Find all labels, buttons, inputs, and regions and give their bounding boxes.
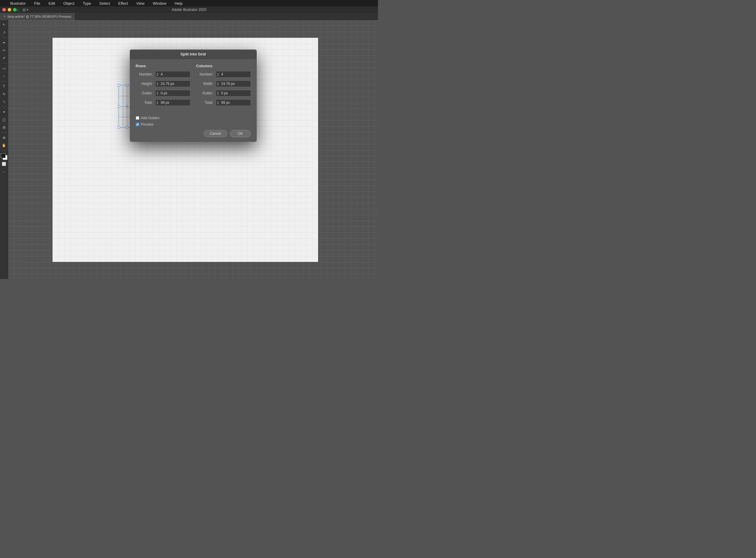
color-area <box>1 153 7 160</box>
home-button[interactable]: ⌂ <box>17 7 19 12</box>
eyedropper-tool[interactable]: ✦ <box>1 108 8 116</box>
preview-label[interactable]: Preview <box>141 122 154 127</box>
dialog-content: Rows Number: ▲ ▼ <box>130 59 257 113</box>
main-layout: ↖ ↗ ✒ ✏ ✐ ▭ ○ T ↻ ⤡ ✦ ◫ ⊞ ⊕ ✋ ⬜ ··· <box>0 20 378 279</box>
rows-total-field: Total: ▲ ▼ <box>136 99 190 106</box>
zoom-tool[interactable]: ⊕ <box>1 134 8 141</box>
cols-total-label: Total: <box>196 101 213 105</box>
cancel-button[interactable]: Cancel <box>203 130 227 137</box>
spinner-down-icon[interactable]: ▼ <box>217 84 219 86</box>
ok-button[interactable]: OK <box>230 130 251 137</box>
rows-gutter-spinner[interactable]: ▲ ▼ <box>155 91 160 95</box>
pen-tool[interactable]: ✒ <box>1 39 8 46</box>
spinner-up-icon[interactable]: ▲ <box>217 101 219 103</box>
menu-view[interactable]: View <box>135 1 146 6</box>
rows-gutter-field: Gutter: ▲ ▼ <box>136 90 190 97</box>
cols-number-spinner[interactable]: ▲ ▼ <box>216 72 220 76</box>
rotate-tool[interactable]: ↻ <box>1 91 8 98</box>
cols-gutter-spinner[interactable]: ▲ ▼ <box>216 91 220 95</box>
spinner-down-icon[interactable]: ▼ <box>156 93 158 95</box>
layout-button[interactable]: ▤ ▾ <box>22 8 28 12</box>
menu-select[interactable]: Select <box>98 1 112 6</box>
tool-separator-4 <box>1 107 7 107</box>
spinner-up-icon[interactable]: ▲ <box>217 72 219 74</box>
left-toolbar: ↖ ↗ ✒ ✏ ✐ ▭ ○ T ↻ ⤡ ✦ ◫ ⊞ ⊕ ✋ ⬜ ··· <box>0 20 8 279</box>
dialog-title: Split Into Grid <box>180 52 206 56</box>
select-tool[interactable]: ↖ <box>1 21 8 28</box>
pencil-tool[interactable]: ✐ <box>1 55 8 61</box>
hand-tool[interactable]: ✋ <box>1 142 8 149</box>
spinner-up-icon[interactable]: ▲ <box>156 91 158 93</box>
cols-width-input-wrap: ▲ ▼ <box>216 80 251 87</box>
menu-type[interactable]: Type <box>81 1 93 6</box>
cols-total-input[interactable] <box>220 100 250 106</box>
spinner-down-icon[interactable]: ▼ <box>217 103 219 105</box>
cols-width-input[interactable] <box>220 81 250 87</box>
rows-height-input-wrap: ▲ ▼ <box>155 80 190 87</box>
close-button[interactable] <box>2 8 6 11</box>
rows-total-input-wrap: ▲ ▼ <box>155 99 190 106</box>
document-tab[interactable]: ✕ blog-article* @ 77.58% (RGB/GPU Previe… <box>0 13 75 20</box>
menu-illustrator[interactable]: Illustrator <box>8 1 27 6</box>
brush-tool[interactable]: ✏ <box>1 47 8 54</box>
cols-total-spinner[interactable]: ▲ ▼ <box>216 101 220 105</box>
rows-total-spinner[interactable]: ▲ ▼ <box>155 101 160 105</box>
ellipse-tool[interactable]: ○ <box>1 73 8 80</box>
dialog-columns: Rows Number: ▲ ▼ <box>136 64 251 109</box>
rows-height-spinner[interactable]: ▲ ▼ <box>155 82 160 86</box>
rows-number-input[interactable] <box>160 71 190 77</box>
gradient-tool[interactable]: ◫ <box>1 116 8 123</box>
canvas-area[interactable]: Split Into Grid Rows Number: <box>8 20 378 279</box>
direct-select-tool[interactable]: ↗ <box>1 29 8 36</box>
spinner-up-icon[interactable]: ▲ <box>156 72 158 74</box>
maximize-button[interactable] <box>13 8 17 11</box>
spinner-down-icon[interactable]: ▼ <box>156 103 158 105</box>
columns-section: Columns Number: ▲ ▼ <box>196 64 251 109</box>
menu-bar: Illustrator File Edit Object Type Select… <box>0 0 378 6</box>
rows-gutter-input-wrap: ▲ ▼ <box>155 90 190 97</box>
cols-number-field: Number: ▲ ▼ <box>196 71 251 78</box>
add-guides-checkbox[interactable] <box>136 116 139 120</box>
rows-total-label: Total: <box>136 101 153 105</box>
more-tools[interactable]: ··· <box>1 168 8 175</box>
tab-close-icon[interactable]: ✕ <box>3 15 6 18</box>
foreground-color-box[interactable] <box>1 153 6 158</box>
spinner-down-icon[interactable]: ▼ <box>156 74 158 76</box>
tool-separator-6 <box>1 150 7 151</box>
cols-width-spinner[interactable]: ▲ ▼ <box>216 82 220 86</box>
rows-height-input[interactable] <box>160 81 190 87</box>
cols-width-field: Width: ▲ ▼ <box>196 80 251 87</box>
menu-edit[interactable]: Edit <box>47 1 57 6</box>
mesh-tool[interactable]: ⊞ <box>1 124 8 131</box>
rows-number-field: Number: ▲ ▼ <box>136 71 190 78</box>
spinner-up-icon[interactable]: ▲ <box>156 82 158 84</box>
color-boxes[interactable] <box>1 153 7 160</box>
rows-total-input[interactable] <box>160 100 190 106</box>
spinner-down-icon[interactable]: ▼ <box>217 93 219 95</box>
cols-number-input[interactable] <box>220 71 250 77</box>
minimize-button[interactable] <box>8 8 11 11</box>
type-tool[interactable]: T <box>1 83 8 90</box>
scale-tool[interactable]: ⤡ <box>1 98 8 105</box>
spinner-down-icon[interactable]: ▼ <box>217 74 219 76</box>
menu-object[interactable]: Object <box>62 1 76 6</box>
preview-row: Preview <box>136 122 251 127</box>
add-guides-label[interactable]: Add Guides <box>141 116 160 120</box>
menu-help[interactable]: Help <box>173 1 185 6</box>
menu-effect[interactable]: Effect <box>117 1 130 6</box>
rows-number-label: Number: <box>136 72 153 76</box>
rectangle-tool[interactable]: ▭ <box>1 65 8 72</box>
preview-checkbox[interactable] <box>136 123 139 126</box>
rows-number-spinner[interactable]: ▲ ▼ <box>155 72 160 76</box>
spinner-up-icon[interactable]: ▲ <box>217 91 219 93</box>
artboard-tool[interactable]: ⬜ <box>1 160 8 168</box>
cols-gutter-input[interactable] <box>220 90 250 96</box>
rows-gutter-input[interactable] <box>160 90 190 96</box>
spinner-down-icon[interactable]: ▼ <box>156 84 158 86</box>
columns-section-title: Columns <box>196 64 251 68</box>
split-into-grid-dialog: Split Into Grid Rows Number: <box>130 50 257 142</box>
spinner-up-icon[interactable]: ▲ <box>156 101 158 103</box>
spinner-up-icon[interactable]: ▲ <box>217 82 219 84</box>
menu-file[interactable]: File <box>32 1 42 6</box>
menu-window[interactable]: Window <box>151 1 168 6</box>
